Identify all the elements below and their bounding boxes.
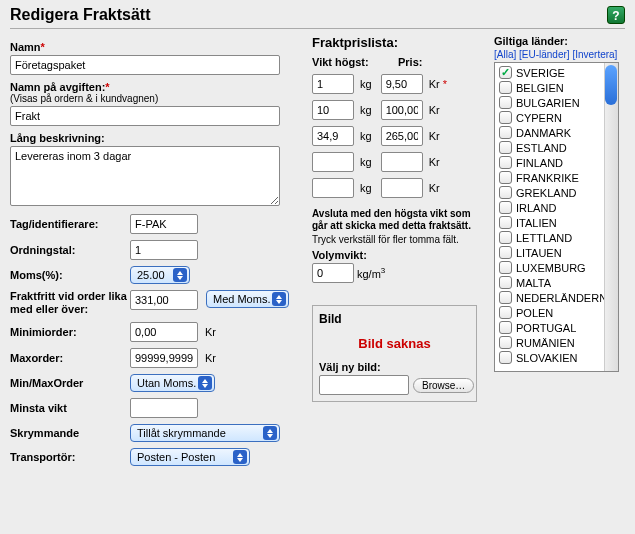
checkbox-icon[interactable] — [499, 321, 512, 334]
free-label: Fraktfritt vid order lika med eller över… — [10, 290, 130, 316]
country-row[interactable]: BELGIEN — [495, 80, 618, 95]
skrym-select[interactable]: Tillåt skrymmande — [130, 424, 280, 442]
country-row[interactable]: RUMÄNIEN — [495, 335, 618, 350]
max-input[interactable] — [130, 348, 198, 368]
checkbox-icon[interactable] — [499, 186, 512, 199]
price-row: kgKr — [312, 152, 482, 172]
free-moms-select[interactable]: Med Moms. — [206, 290, 289, 308]
country-row[interactable]: POLEN — [495, 305, 618, 320]
country-name: ESTLAND — [516, 142, 567, 154]
country-name: GREKLAND — [516, 187, 577, 199]
tag-input[interactable] — [130, 214, 198, 234]
trans-select[interactable]: Posten - Posten — [130, 448, 250, 466]
longdesc-input[interactable]: Levereras inom 3 dagar — [10, 146, 280, 206]
country-name: BULGARIEN — [516, 97, 580, 109]
weight-input[interactable] — [312, 152, 354, 172]
weight-input[interactable] — [312, 126, 354, 146]
name-input[interactable] — [10, 55, 280, 75]
weight-input[interactable] — [312, 178, 354, 198]
kg-unit: kg — [360, 130, 372, 142]
country-row[interactable]: SLOVAKIEN — [495, 350, 618, 365]
kg-unit: kg — [360, 78, 372, 90]
kr-unit: Kr — [429, 78, 440, 90]
country-row[interactable]: CYPERN — [495, 110, 618, 125]
checkbox-icon[interactable] — [499, 141, 512, 154]
min-input[interactable] — [130, 322, 198, 342]
countries-list[interactable]: SVERIGEBELGIENBULGARIENCYPERNDANMARKESTL… — [494, 62, 619, 372]
price-row: kgKr — [312, 178, 482, 198]
country-row[interactable]: SVERIGE — [495, 65, 618, 80]
weight-input[interactable] — [312, 100, 354, 120]
checkbox-icon[interactable] — [499, 246, 512, 259]
checkbox-icon[interactable] — [499, 231, 512, 244]
country-row[interactable]: GREKLAND — [495, 185, 618, 200]
checkbox-icon[interactable] — [499, 81, 512, 94]
minmax-select[interactable]: Utan Moms. — [130, 374, 215, 392]
weight-input[interactable] — [312, 74, 354, 94]
checkbox-icon[interactable] — [499, 216, 512, 229]
country-row[interactable]: ITALIEN — [495, 215, 618, 230]
kr-unit: Kr — [429, 182, 440, 194]
max-unit: Kr — [205, 352, 216, 364]
country-name: FRANKRIKE — [516, 172, 579, 184]
ord-input[interactable] — [130, 240, 198, 260]
country-row[interactable]: LITAUEN — [495, 245, 618, 260]
country-row[interactable]: NEDERLÄNDERNA — [495, 290, 618, 305]
price-input[interactable] — [381, 74, 423, 94]
country-row[interactable]: IRLAND — [495, 200, 618, 215]
checkbox-icon[interactable] — [499, 336, 512, 349]
country-row[interactable]: LUXEMBURG — [495, 260, 618, 275]
link-invert[interactable]: [Invertera] — [572, 49, 617, 60]
scrollbar[interactable] — [604, 63, 618, 371]
country-row[interactable]: ESTLAND — [495, 140, 618, 155]
minvikt-input[interactable] — [130, 398, 198, 418]
image-path-input[interactable] — [319, 375, 409, 395]
country-name: DANMARK — [516, 127, 571, 139]
checkbox-icon[interactable] — [499, 66, 512, 79]
checkbox-icon[interactable] — [499, 306, 512, 319]
moms-select[interactable]: 25.00 — [130, 266, 190, 284]
price-input[interactable] — [381, 152, 423, 172]
country-name: CYPERN — [516, 112, 562, 124]
price-input[interactable] — [381, 178, 423, 198]
vol-unit: kg/m3 — [357, 266, 385, 280]
free-input[interactable] — [130, 290, 198, 310]
browse-button[interactable]: Browse… — [413, 378, 474, 393]
checkbox-icon[interactable] — [499, 351, 512, 364]
fee-input[interactable] — [10, 106, 280, 126]
help-icon[interactable]: ? — [607, 6, 625, 24]
min-label: Minimiorder: — [10, 326, 130, 338]
trans-label: Transportör: — [10, 451, 130, 463]
vol-input[interactable] — [312, 263, 354, 283]
country-row[interactable]: PORTUGAL — [495, 320, 618, 335]
country-name: NEDERLÄNDERNA — [516, 292, 614, 304]
checkbox-icon[interactable] — [499, 156, 512, 169]
link-all[interactable]: [Alla] — [494, 49, 516, 60]
country-name: MALTA — [516, 277, 551, 289]
checkbox-icon[interactable] — [499, 276, 512, 289]
checkbox-icon[interactable] — [499, 126, 512, 139]
country-row[interactable]: MALTA — [495, 275, 618, 290]
link-eu[interactable]: [EU-länder] — [519, 49, 570, 60]
kg-unit: kg — [360, 156, 372, 168]
country-row[interactable]: DANMARK — [495, 125, 618, 140]
tag-label: Tag/identifierare: — [10, 218, 130, 230]
image-title: Bild — [319, 312, 470, 326]
checkbox-icon[interactable] — [499, 111, 512, 124]
checkbox-icon[interactable] — [499, 171, 512, 184]
price-input[interactable] — [381, 126, 423, 146]
country-name: SVERIGE — [516, 67, 565, 79]
checkbox-icon[interactable] — [499, 261, 512, 274]
kr-unit: Kr — [429, 156, 440, 168]
checkbox-icon[interactable] — [499, 201, 512, 214]
checkbox-icon[interactable] — [499, 291, 512, 304]
price-input[interactable] — [381, 100, 423, 120]
country-row[interactable]: LETTLAND — [495, 230, 618, 245]
checkbox-icon[interactable] — [499, 96, 512, 109]
country-row[interactable]: FRANKRIKE — [495, 170, 618, 185]
stepper-icon — [272, 292, 286, 306]
country-row[interactable]: FINLAND — [495, 155, 618, 170]
country-row[interactable]: BULGARIEN — [495, 95, 618, 110]
scrollbar-thumb[interactable] — [605, 65, 617, 105]
stepper-icon — [173, 268, 187, 282]
